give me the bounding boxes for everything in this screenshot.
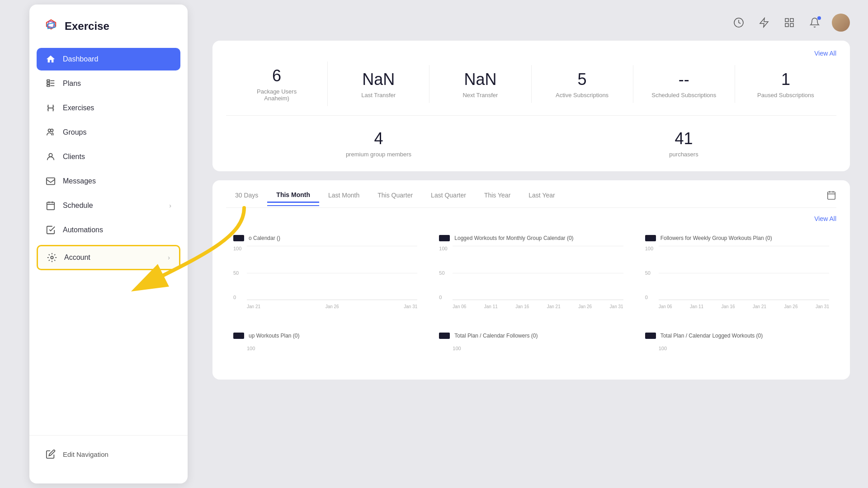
stat-active-subscriptions: 5 Active Subscriptions — [532, 65, 633, 103]
sidebar-item-clients[interactable]: Clients — [37, 145, 180, 168]
svg-rect-9 — [47, 178, 55, 185]
chart-card-3: Followers for Weekly Group Workouts Plan… — [638, 228, 836, 318]
sidebar-item-schedule[interactable]: Schedule › — [37, 194, 180, 217]
view-all-link[interactable]: View All — [814, 50, 836, 57]
stat-package-users: 6 Package UsersAnaheim) — [226, 61, 328, 106]
stat-value-last-transfer: NaN — [337, 70, 420, 89]
clock-button[interactable] — [731, 14, 747, 31]
grid-button[interactable] — [781, 14, 797, 31]
chart-x-labels-1: Jan 21 Jan 26 Jan 31 — [247, 304, 417, 309]
sidebar-item-groups[interactable]: Groups — [37, 121, 180, 144]
svg-rect-0 — [47, 80, 50, 82]
stats-row: 6 Package UsersAnaheim) NaN Last Transfe… — [226, 61, 836, 116]
svg-rect-2 — [47, 85, 50, 87]
chart-card-6: Total Plan / Calendar Logged Workouts (0… — [638, 325, 836, 380]
time-filter-right — [817, 190, 836, 200]
chart-area-2: 100 50 0 Jan 06 Jan 11 Jan 16 — [439, 246, 623, 309]
chart-header-1: o Calendar () — [233, 235, 417, 241]
chevron-right-icon: › — [169, 202, 171, 209]
chart-title-2: Logged Workouts for Monthly Group Calend… — [454, 235, 573, 241]
stat-value-premium: 4 — [235, 129, 522, 148]
chart-header-4: up Workouts Plan (0) — [233, 333, 417, 339]
stat-label-paused-sub: Paused Subscriptions — [744, 92, 827, 99]
svg-point-7 — [51, 129, 53, 132]
svg-rect-10 — [47, 202, 55, 210]
svg-rect-17 — [785, 19, 788, 22]
lightning-button[interactable] — [756, 14, 772, 31]
chevron-right-icon-account: › — [168, 254, 170, 261]
chart-title-5: Total Plan / Calendar Followers (0) — [454, 333, 538, 339]
charts-view-all-link[interactable]: View All — [814, 215, 836, 222]
sidebar-item-account[interactable]: Account › — [37, 245, 180, 270]
charts-grid-row1: o Calendar () 100 50 0 — [226, 228, 836, 318]
chart-partial-label-6: 100 — [645, 343, 829, 351]
svg-point-14 — [51, 256, 53, 259]
stat-label-next-transfer: Next Transfer — [439, 92, 522, 99]
tab-this-year[interactable]: This Year — [475, 188, 519, 202]
sidebar-nav: Dashboard Plans Exercises — [29, 48, 188, 432]
chart-card-1: o Calendar () 100 50 0 — [226, 228, 425, 318]
chart-legend-3 — [645, 235, 656, 241]
svg-rect-19 — [785, 23, 788, 27]
plans-icon — [46, 79, 56, 89]
chart-inner-3 — [659, 246, 829, 300]
sidebar-item-dashboard[interactable]: Dashboard — [37, 48, 180, 70]
topbar — [212, 9, 850, 41]
chart-legend-4 — [233, 333, 244, 339]
tab-last-quarter[interactable]: Last Quarter — [422, 188, 475, 202]
stat-label-scheduled-sub: Scheduled Subscriptions — [642, 92, 726, 99]
sidebar-label-groups: Groups — [63, 128, 86, 136]
stat-last-transfer: NaN Last Transfer — [328, 65, 429, 103]
chart-header-2: Logged Workouts for Monthly Group Calend… — [439, 235, 623, 241]
account-icon — [47, 253, 57, 263]
stat-value-next-transfer: NaN — [439, 70, 522, 89]
chart-legend-2 — [439, 235, 450, 241]
chart-svg-1 — [247, 246, 417, 300]
view-all-row: View All — [226, 50, 836, 57]
tab-last-month[interactable]: Last Month — [319, 188, 368, 202]
user-avatar[interactable] — [832, 14, 850, 32]
stat-scheduled-subscriptions: -- Scheduled Subscriptions — [633, 65, 735, 103]
calendar-icon[interactable] — [826, 190, 836, 200]
edit-navigation-item[interactable]: Edit Navigation — [37, 443, 180, 465]
main-content: View All 6 Package UsersAnaheim) NaN Las… — [194, 0, 868, 488]
chart-legend-6 — [645, 333, 656, 339]
svg-marker-16 — [760, 18, 768, 27]
chart-header-3: Followers for Weekly Group Workouts Plan… — [645, 235, 829, 241]
svg-rect-21 — [828, 192, 835, 200]
sidebar-label-automations: Automations — [63, 226, 103, 234]
sidebar-item-automations[interactable]: Automations — [37, 219, 180, 241]
sidebar-label-exercises: Exercises — [63, 104, 94, 112]
exercises-icon — [46, 103, 56, 113]
sidebar-item-exercises[interactable]: Exercises — [37, 97, 180, 119]
stat-value-package-users: 6 — [235, 66, 318, 85]
tab-30-days[interactable]: 30 Days — [226, 188, 267, 202]
sidebar-label-plans: Plans — [63, 80, 81, 88]
chart-area-1: 100 50 0 Jan 21 Jan 26 Jan 31 — [233, 246, 417, 309]
time-filter-section: 30 Days This Month Last Month This Quart… — [212, 180, 850, 380]
app-logo[interactable]: Exercise — [29, 14, 188, 48]
stat-label-last-transfer: Last Transfer — [337, 92, 420, 99]
sidebar-label-clients: Clients — [63, 153, 85, 161]
chart-partial-label-5: 100 — [439, 343, 623, 351]
sidebar-label-schedule: Schedule — [63, 202, 93, 210]
tab-this-month[interactable]: This Month — [267, 188, 319, 203]
home-icon — [46, 54, 56, 64]
time-filter-row: 30 Days This Month Last Month This Quart… — [226, 188, 836, 208]
chart-header-6: Total Plan / Calendar Logged Workouts (0… — [645, 333, 829, 339]
tab-last-year[interactable]: Last Year — [519, 188, 564, 202]
tab-this-quarter[interactable]: This Quarter — [368, 188, 422, 202]
chart-card-4: up Workouts Plan (0) 100 — [226, 325, 425, 380]
stat-label-purchasers: purchasers — [540, 151, 827, 158]
sidebar-label-account: Account — [64, 253, 90, 262]
sidebar-item-messages[interactable]: Messages — [37, 170, 180, 192]
chart-y-labels-2: 100 50 0 — [439, 246, 447, 300]
grid-icon — [784, 17, 795, 28]
chart-inner-1 — [247, 246, 417, 300]
svg-rect-18 — [790, 19, 793, 22]
bell-button[interactable] — [807, 14, 823, 31]
chart-partial-label-4: 100 — [233, 343, 417, 351]
stat-premium-group: 4 premium group members — [226, 125, 531, 162]
clock-icon — [733, 17, 744, 28]
sidebar-item-plans[interactable]: Plans — [37, 72, 180, 95]
